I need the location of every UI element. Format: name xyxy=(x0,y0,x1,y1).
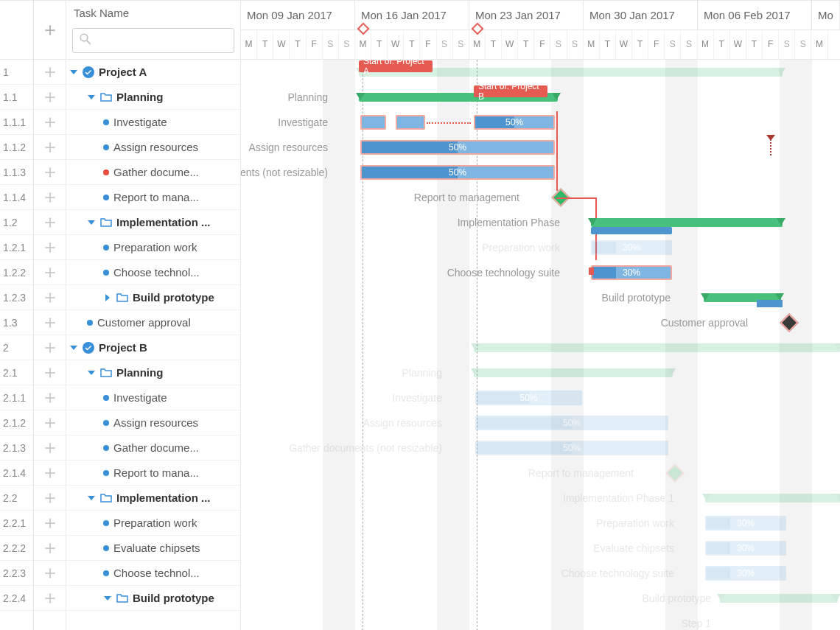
task-row[interactable]: Report to mana... xyxy=(66,461,240,486)
drag-handle[interactable] xyxy=(34,536,66,561)
gantt-row: Customer approval xyxy=(241,310,840,335)
drag-handle[interactable] xyxy=(34,511,66,536)
task-bar[interactable]: 50% xyxy=(475,391,582,405)
drag-handle[interactable] xyxy=(34,210,66,235)
drag-handle[interactable] xyxy=(34,335,66,360)
chevron-down-icon[interactable] xyxy=(87,494,96,503)
task-row[interactable]: Customer approval xyxy=(66,310,240,335)
drag-handle[interactable] xyxy=(34,410,66,435)
task-row[interactable]: Investigate xyxy=(66,385,240,410)
chevron-down-icon[interactable] xyxy=(87,93,96,102)
task-row[interactable]: Project A xyxy=(66,60,240,85)
drag-handle[interactable] xyxy=(34,561,66,586)
task-bar[interactable]: 30% xyxy=(705,516,786,531)
task-bar[interactable]: 50% xyxy=(360,165,555,180)
milestone[interactable] xyxy=(780,313,798,332)
bar-label: Build prototype xyxy=(643,586,718,611)
task-bar[interactable]: 50% xyxy=(360,140,555,155)
task-row[interactable]: Investigate xyxy=(66,110,240,135)
task-bar[interactable]: 50% xyxy=(475,416,668,430)
task-bar[interactable]: 30% xyxy=(591,240,672,255)
summary-bar[interactable] xyxy=(591,218,783,227)
wbs-cell: 2.1.4 xyxy=(0,461,33,486)
drag-handle[interactable] xyxy=(34,486,66,511)
summary-bar[interactable] xyxy=(705,494,840,503)
task-row[interactable]: Build prototype xyxy=(66,285,240,310)
chevron-right-icon[interactable] xyxy=(103,293,112,302)
task-row[interactable]: Assign resources xyxy=(66,135,240,160)
summary-bar[interactable] xyxy=(474,368,673,377)
project-icon xyxy=(83,66,94,78)
task-row[interactable]: Preparation work xyxy=(66,511,240,536)
drag-handle[interactable] xyxy=(34,360,66,385)
drag-handle[interactable] xyxy=(34,110,66,135)
task-row[interactable]: Planning xyxy=(66,85,240,110)
task-row[interactable]: Evaluate chipsets xyxy=(66,536,240,561)
task-bar[interactable]: 50% xyxy=(474,115,555,130)
drag-handle[interactable] xyxy=(34,60,66,85)
drag-handle[interactable] xyxy=(34,586,66,611)
move-icon xyxy=(45,518,55,528)
bar-label: Assign resources xyxy=(363,410,449,435)
chevron-down-icon[interactable] xyxy=(103,594,112,603)
task-row[interactable]: Implementation ... xyxy=(66,210,240,235)
gantt-row: Planning Start of: Project B xyxy=(241,85,840,110)
drag-handle[interactable] xyxy=(34,461,66,486)
drag-handle[interactable] xyxy=(34,310,66,335)
chevron-down-icon[interactable] xyxy=(87,368,96,377)
chevron-down-icon[interactable] xyxy=(87,218,96,227)
task-row[interactable]: Choose technol... xyxy=(66,260,240,285)
task-row[interactable]: Gather docume... xyxy=(66,160,240,185)
summary-bar[interactable] xyxy=(720,594,838,603)
gantt-timeline[interactable]: Mon 09 Jan 2017Mon 16 Jan 2017Mon 23 Jan… xyxy=(241,1,840,630)
task-row[interactable]: Preparation work xyxy=(66,235,240,260)
gantt-row: Investigate 50% xyxy=(241,385,840,410)
task-bar[interactable]: 30% xyxy=(591,265,672,280)
wbs-cell: 1.1.3 xyxy=(0,160,33,185)
task-row[interactable]: Project B xyxy=(66,335,240,360)
task-row[interactable]: Implementation ... xyxy=(66,486,240,511)
timeline-body[interactable]: Start of: Project A Planning Start of: P… xyxy=(241,60,840,630)
move-icon xyxy=(45,67,55,77)
move-icon xyxy=(45,25,55,35)
task-row[interactable]: Planning xyxy=(66,360,240,385)
week-header-cell: Mon 16 Jan 2017 xyxy=(355,1,469,29)
drag-handle[interactable] xyxy=(34,435,66,461)
task-bar[interactable] xyxy=(360,115,386,130)
task-label: Report to mana... xyxy=(113,466,199,479)
chevron-down-icon[interactable] xyxy=(69,343,78,352)
drag-handle[interactable] xyxy=(34,160,66,185)
bar-label: Report to management xyxy=(528,461,641,486)
day-header-cell: W xyxy=(502,30,518,60)
dependency-line xyxy=(556,197,597,199)
task-bar[interactable] xyxy=(396,115,425,130)
wbs-cell: 2 xyxy=(0,335,33,360)
deadline-marker xyxy=(770,139,771,155)
task-label: Assign resources xyxy=(113,416,198,429)
drag-handle[interactable] xyxy=(34,260,66,285)
summary-bar[interactable] xyxy=(474,343,840,352)
day-header-cell: T xyxy=(371,30,388,60)
drag-handle[interactable] xyxy=(34,135,66,160)
drag-handle[interactable] xyxy=(34,385,66,410)
day-header-cell: W xyxy=(616,30,632,60)
gantt-row: Investigate 50% xyxy=(241,110,840,135)
task-bar[interactable]: 30% xyxy=(705,541,786,556)
task-row[interactable]: Gather docume... xyxy=(66,435,240,461)
day-header-cell: T xyxy=(632,30,648,60)
task-label: Preparation work xyxy=(113,517,197,529)
search-input[interactable] xyxy=(72,28,234,53)
drag-handle[interactable] xyxy=(34,185,66,210)
chevron-down-icon[interactable] xyxy=(69,68,78,77)
drag-handle[interactable] xyxy=(34,285,66,310)
drag-handle[interactable] xyxy=(34,235,66,260)
task-bar[interactable]: 30% xyxy=(705,566,786,581)
task-row[interactable]: Build prototype xyxy=(66,586,240,611)
task-row[interactable]: Report to mana... xyxy=(66,185,240,210)
milestone[interactable] xyxy=(665,463,684,482)
task-row[interactable]: Assign resources xyxy=(66,410,240,435)
bar-label: Choose technology suite xyxy=(447,260,567,285)
task-bar[interactable]: 50% xyxy=(475,441,668,455)
task-row[interactable]: Choose technol... xyxy=(66,561,240,586)
drag-handle[interactable] xyxy=(34,85,66,110)
